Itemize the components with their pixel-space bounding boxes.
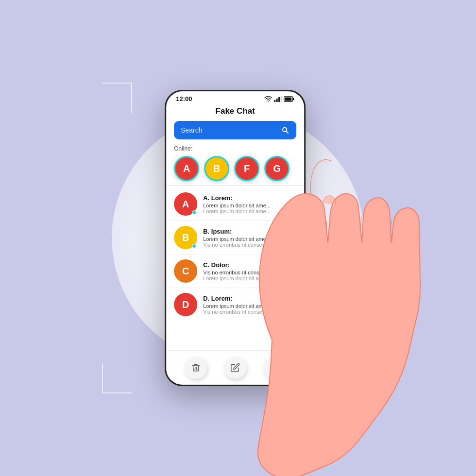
battery-icon <box>284 96 294 102</box>
app-title: Fake Chat <box>166 104 304 121</box>
trash-button[interactable] <box>185 357 207 379</box>
wifi-icon <box>264 96 272 102</box>
signal-icon <box>274 96 282 102</box>
status-icons <box>264 96 294 102</box>
chat-avatar-c: C <box>174 259 197 283</box>
svg-rect-3 <box>281 96 282 102</box>
svg-line-8 <box>286 131 288 133</box>
svg-rect-1 <box>276 99 278 102</box>
search-placeholder: Search <box>181 126 281 134</box>
online-dot <box>192 244 196 248</box>
svg-rect-2 <box>278 97 280 102</box>
search-icon <box>281 126 289 135</box>
status-time: 12:00 <box>176 95 192 102</box>
svg-rect-0 <box>274 100 275 102</box>
status-bar: 12:00 <box>166 91 304 104</box>
edit-icon <box>230 363 240 373</box>
chat-avatar-b: B <box>174 226 197 249</box>
trash-icon <box>191 363 201 373</box>
online-avatar-a[interactable]: A <box>174 156 199 181</box>
online-avatar-b[interactable]: B <box>204 156 229 181</box>
hand-illustration <box>243 146 447 476</box>
online-dot <box>192 210 196 215</box>
search-bar[interactable]: Search <box>174 121 296 139</box>
svg-rect-5 <box>293 98 294 100</box>
svg-rect-6 <box>285 97 291 101</box>
chat-avatar-a: A <box>174 192 197 216</box>
chat-avatar-d: D <box>174 293 197 316</box>
